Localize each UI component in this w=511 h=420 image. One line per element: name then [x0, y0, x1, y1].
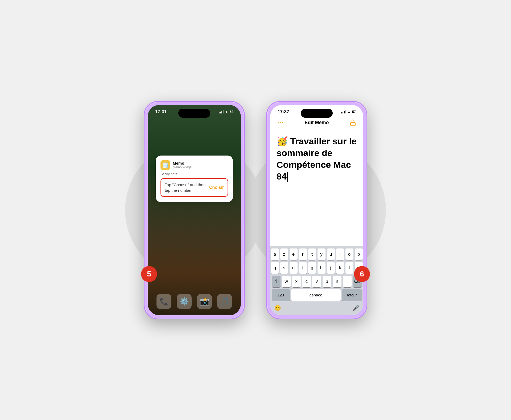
- key-j[interactable]: j: [327, 262, 335, 274]
- key-s[interactable]: s: [280, 262, 288, 274]
- key-b[interactable]: b: [323, 276, 331, 287]
- key-y[interactable]: y: [318, 248, 325, 260]
- dock-icon-3[interactable]: 📸: [197, 294, 212, 309]
- microphone-keyboard-icon[interactable]: 🎤: [351, 303, 361, 313]
- emoji-keyboard-icon[interactable]: 😊: [273, 303, 282, 313]
- phone2: 17:37 ▲ 57 ⋯ Edit Memo: [266, 101, 367, 319]
- key-a[interactable]: a: [271, 248, 279, 260]
- return-key[interactable]: retour: [342, 289, 362, 301]
- widget-card[interactable]: 🗒️ Memo Memo Widget Sticky note Tap "Cho…: [156, 156, 233, 202]
- dock-icon-4[interactable]: 🎵: [217, 294, 232, 309]
- share-icon[interactable]: [349, 119, 357, 127]
- status-icons-2: ▲ 57: [341, 110, 356, 114]
- key-apostrophe[interactable]: ': [343, 276, 352, 287]
- keyboard-row-1: a z e r t y u i o p: [272, 248, 362, 260]
- app-info: Memo Memo Widget: [173, 161, 192, 169]
- numbers-key[interactable]: 123: [272, 289, 290, 301]
- key-z[interactable]: z: [280, 248, 288, 260]
- key-n[interactable]: n: [333, 276, 341, 287]
- status-icons-1: ▲ 58: [219, 110, 233, 114]
- dock-icon-1[interactable]: 📞: [156, 294, 171, 309]
- key-w[interactable]: w: [282, 276, 291, 287]
- key-p[interactable]: p: [355, 248, 363, 260]
- keyboard-row-4: 123 espace retour: [272, 289, 362, 301]
- dock-1: 📞 ⚙️ 📸 🎵: [148, 294, 241, 309]
- memo-title: 🥳 Travailler sur le sommaire de Compéten…: [277, 135, 357, 182]
- key-e[interactable]: e: [290, 248, 298, 260]
- dock-icon-2[interactable]: ⚙️: [177, 294, 192, 309]
- app-name: Memo: [173, 161, 192, 165]
- phone2-section: 6 17:37 ▲ 57: [266, 101, 367, 319]
- battery-label-2: 57: [352, 110, 356, 114]
- key-r[interactable]: r: [299, 248, 307, 260]
- app-subtitle: Memo Widget: [173, 165, 192, 169]
- key-h[interactable]: h: [318, 262, 325, 274]
- widget-header: 🗒️ Memo Memo Widget: [160, 160, 228, 170]
- time-1: 17:31: [155, 109, 167, 115]
- key-f[interactable]: f: [299, 262, 307, 274]
- nav-title: Edit Memo: [304, 120, 329, 125]
- phone2-screen: 17:37 ▲ 57 ⋯ Edit Memo: [270, 105, 363, 315]
- step-badge-5: 5: [141, 266, 157, 282]
- time-2: 17:37: [278, 109, 289, 115]
- key-t[interactable]: t: [308, 248, 316, 260]
- more-options-icon[interactable]: ⋯: [277, 119, 285, 127]
- text-cursor: [287, 172, 288, 182]
- section-label: Sticky note: [160, 172, 228, 176]
- key-l[interactable]: l: [345, 262, 353, 274]
- space-key[interactable]: espace: [291, 289, 341, 301]
- notch-1: [178, 109, 210, 118]
- shift-key[interactable]: ⇧: [272, 276, 281, 287]
- memo-app-icon: 🗒️: [160, 160, 170, 170]
- widget-instruction: Tap "Choose" and then tap the number: [165, 182, 209, 193]
- keyboard-row-2: q s d f g h j k l m: [272, 262, 362, 274]
- key-q[interactable]: q: [271, 262, 279, 274]
- phone1-section: 5 17:31 ▲ 58: [144, 101, 245, 319]
- nav-bar: ⋯ Edit Memo: [270, 117, 363, 130]
- wifi-icon-2: ▲: [347, 110, 351, 114]
- key-u[interactable]: u: [327, 248, 335, 260]
- wifi-icon-1: ▲: [225, 110, 228, 114]
- memo-emoji: 🥳: [277, 136, 288, 146]
- widget-choice-row[interactable]: Tap "Choose" and then tap the number Cho…: [160, 178, 228, 197]
- key-g[interactable]: g: [308, 262, 316, 274]
- battery-label-1: 58: [230, 110, 233, 114]
- choisir-button[interactable]: Choisir: [209, 185, 224, 190]
- key-x[interactable]: x: [292, 276, 301, 287]
- key-c[interactable]: c: [302, 276, 311, 287]
- key-k[interactable]: k: [336, 262, 344, 274]
- key-o[interactable]: o: [345, 248, 353, 260]
- key-d[interactable]: d: [290, 262, 298, 274]
- phone1-screen: 17:31 ▲ 58 🗒️ Memo: [148, 105, 241, 315]
- key-i[interactable]: i: [336, 248, 344, 260]
- key-v[interactable]: v: [312, 276, 321, 287]
- keyboard-bottom-icons: 😊 🎤: [272, 303, 362, 314]
- keyboard-row-3: ⇧ w x c v b n ' ⌫: [272, 276, 362, 287]
- step-badge-6: 6: [354, 266, 370, 282]
- phone1: 17:31 ▲ 58 🗒️ Memo: [144, 101, 245, 319]
- notch-2: [301, 109, 333, 118]
- keyboard: a z e r t y u i o p q s d f g: [270, 246, 363, 315]
- signal-icon-1: [219, 110, 224, 113]
- signal-icon-2: [341, 110, 346, 113]
